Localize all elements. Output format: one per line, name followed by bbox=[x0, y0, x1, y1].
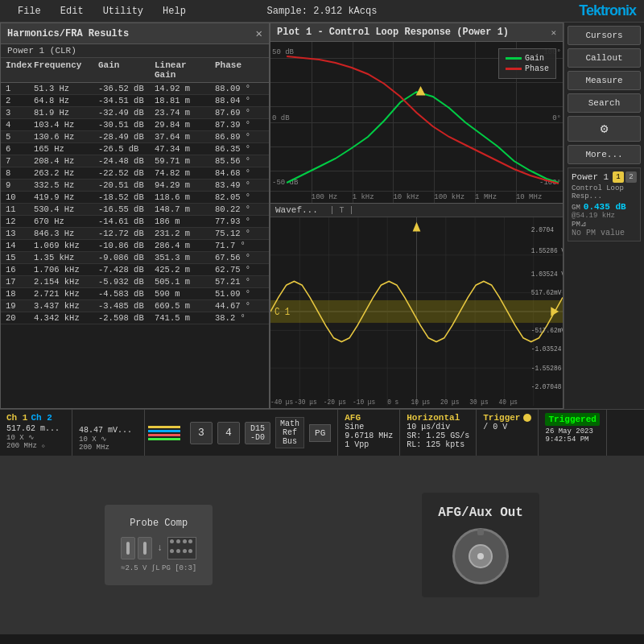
horiz-line1: 10 μs/div bbox=[407, 423, 469, 431]
svg-marker-26 bbox=[413, 222, 421, 232]
search-button[interactable]: Search bbox=[568, 93, 641, 113]
table-row: 9332.5 Hz-20.51 dB94.29 m83.49 ° bbox=[1, 180, 269, 192]
ch1-sub1: 10 X ∿ bbox=[6, 433, 65, 442]
horizontal-block: Horizontal 10 μs/div SR: 1.25 GS/s RL: 1… bbox=[400, 410, 477, 456]
btn-3[interactable]: 3 bbox=[190, 422, 213, 444]
x-label-1mhz: 1 MHz bbox=[475, 193, 497, 201]
table-row: 193.437 kHz-3.485 dB669.5 m44.67 ° bbox=[1, 300, 269, 312]
svg-text:-2.07048 V: -2.07048 V bbox=[531, 382, 563, 391]
channel-color-indicators bbox=[145, 410, 184, 456]
svg-text:C 1: C 1 bbox=[275, 306, 290, 318]
waveform-svg: C 1 -40 μs -30 μs -20 μs -10 μs 0 s 10 μ… bbox=[270, 217, 563, 406]
bnc-notch bbox=[477, 529, 484, 535]
ch3-color-line bbox=[148, 434, 180, 436]
waveform-title: Wavef... bbox=[275, 205, 318, 215]
svg-text:517.62mV: 517.62mV bbox=[531, 288, 562, 297]
plot-close[interactable]: ✕ bbox=[551, 27, 556, 38]
trigger-block: Trigger / 0 V bbox=[477, 410, 539, 456]
main-area: Harmonics/FRA Results ✕ Power 1 (CLR) In… bbox=[0, 23, 644, 409]
probe-pg-label: PG [0:3] bbox=[162, 564, 196, 572]
harmonics-close[interactable]: ✕ bbox=[256, 27, 262, 40]
menu-help[interactable]: Help bbox=[153, 2, 196, 20]
center-controls: 3 4 D15-D0 MathRefBus PG bbox=[184, 410, 337, 456]
power-label: Power 1 (CLR) bbox=[1, 44, 269, 58]
ch1-block: Ch 1 Ch 2 517.62 m... 10 X ∿ 200 MHz ⬦ bbox=[0, 410, 72, 456]
svg-text:10 μs: 10 μs bbox=[411, 398, 431, 406]
measure-button[interactable]: Measure bbox=[568, 71, 641, 90]
afg-aux-title: AFG/Aux Out bbox=[438, 506, 523, 520]
table-row: 182.721 kHz-4.583 dB590 m51.09 ° bbox=[1, 288, 269, 300]
table-row: 5130.6 Hz-28.49 dB37.64 m86.89 ° bbox=[1, 131, 269, 143]
cursors-button[interactable]: Cursors bbox=[568, 26, 641, 45]
probe-arrow-icon: ↓ bbox=[157, 543, 163, 554]
table-row: 151.3 Hz-36.52 dB14.92 m88.09 ° bbox=[1, 83, 269, 95]
table-body[interactable]: 151.3 Hz-36.52 dB14.92 m88.09 °264.8 Hz-… bbox=[1, 83, 269, 389]
afg-line2: 9.6718 MHz bbox=[345, 431, 393, 440]
power-subtitle: Control Loop Resp... bbox=[572, 184, 637, 200]
ch1-color-line bbox=[148, 426, 180, 428]
table-row: 10419.9 Hz-18.52 dB118.6 m82.05 ° bbox=[1, 192, 269, 204]
pg-button[interactable]: PG bbox=[309, 424, 331, 442]
afg-title: AFG bbox=[345, 413, 393, 423]
bnc-center bbox=[477, 553, 484, 559]
legend-phase-color bbox=[506, 68, 522, 70]
afg-line3: 1 Vpp bbox=[345, 440, 393, 449]
gm-value: 0.435 dB bbox=[584, 202, 626, 212]
ch2-sub1: 10 X ∿ bbox=[79, 435, 138, 444]
bnc-connector bbox=[452, 528, 509, 584]
plot-legend: Gain Phase bbox=[498, 48, 556, 79]
power-name: Power 1 bbox=[572, 172, 609, 182]
svg-text:-1.03524 V: -1.03524 V bbox=[531, 345, 563, 354]
triggered-block: Triggered 26 May 2023 9:42:54 PM bbox=[539, 410, 606, 456]
probe-comp-title: Probe Comp bbox=[121, 518, 196, 529]
settings-icon-button[interactable]: ⚙ bbox=[568, 116, 641, 142]
table-row: 381.9 Hz-32.49 dB23.74 m87.69 ° bbox=[1, 107, 269, 119]
harmonics-panel: Harmonics/FRA Results ✕ Power 1 (CLR) In… bbox=[0, 23, 270, 409]
probe-comp-area: Probe Comp ↓ ≈2.5 V bbox=[105, 505, 213, 585]
status-bar: Ch 1 Ch 2 517.62 m... 10 X ∿ 200 MHz ⬦ 4… bbox=[0, 409, 644, 456]
svg-text:1.03524 V: 1.03524 V bbox=[531, 270, 563, 279]
table-row: 264.8 Hz-34.51 dB18.81 m88.04 ° bbox=[1, 95, 269, 107]
svg-text:20 μs: 20 μs bbox=[440, 398, 460, 406]
menu-edit[interactable]: Edit bbox=[51, 2, 93, 20]
more-button[interactable]: More... bbox=[568, 145, 641, 164]
btn-4[interactable]: 4 bbox=[217, 422, 240, 444]
svg-text:-40 μs: -40 μs bbox=[270, 398, 293, 406]
callout-button[interactable]: Callout bbox=[568, 48, 641, 68]
probe-slot-1 bbox=[121, 537, 135, 559]
trigger-led bbox=[523, 414, 531, 422]
svg-marker-0 bbox=[417, 87, 425, 95]
svg-text:-20 μs: -20 μs bbox=[324, 398, 346, 406]
ch2-color-line bbox=[148, 430, 180, 432]
afg-line1: Sine bbox=[345, 423, 393, 431]
x-label-100khz: 100 kHz bbox=[434, 193, 464, 201]
gm-label: GM bbox=[572, 204, 580, 212]
col-gain: Gain bbox=[97, 60, 153, 80]
table-row: 6165 Hz-26.5 dB47.34 m86.35 ° bbox=[1, 143, 269, 155]
svg-text:2.0704: 2.0704 bbox=[531, 225, 554, 234]
d15-button[interactable]: D15-D0 bbox=[245, 422, 270, 444]
svg-text:-1.55286 V: -1.55286 V bbox=[531, 364, 563, 373]
svg-text:40 μs: 40 μs bbox=[499, 398, 518, 406]
legend-gain: Gain bbox=[506, 54, 549, 63]
ch1-sub2: 200 MHz ⬦ bbox=[6, 442, 65, 450]
svg-text:-517.62mV: -517.62mV bbox=[531, 326, 563, 335]
menu-file[interactable]: File bbox=[8, 2, 51, 20]
probe-arrow-area: ↓ bbox=[157, 543, 163, 554]
afg-aux-area: AFG/Aux Out bbox=[422, 493, 539, 597]
waveform-area: Wavef... | T | bbox=[270, 203, 563, 408]
tektronix-logo: Tektronix bbox=[579, 2, 636, 19]
badge-2: 2 bbox=[625, 171, 637, 183]
plot-header: Plot 1 - Control Loop Response (Power 1)… bbox=[270, 23, 563, 42]
table-row: 13846.3 Hz-12.72 dB231.2 m75.12 ° bbox=[1, 228, 269, 240]
pm-label: PM⊿ bbox=[572, 220, 637, 229]
legend-gain-color bbox=[506, 57, 522, 60]
ch2-block: 48.47 mV... 10 X ∿ 200 MHz bbox=[72, 410, 145, 456]
waveform-controls: | T | bbox=[329, 206, 353, 215]
plot-title: Plot 1 - Control Loop Response (Power 1) bbox=[277, 27, 509, 38]
table-row: 161.706 kHz-7.428 dB425.2 m62.75 ° bbox=[1, 264, 269, 276]
math-block[interactable]: MathRefBus bbox=[275, 417, 304, 448]
ch2-sub2: 200 MHz bbox=[79, 444, 138, 452]
plot-area: Plot 1 - Control Loop Response (Power 1)… bbox=[270, 23, 564, 409]
menu-utility[interactable]: Utility bbox=[93, 2, 153, 20]
